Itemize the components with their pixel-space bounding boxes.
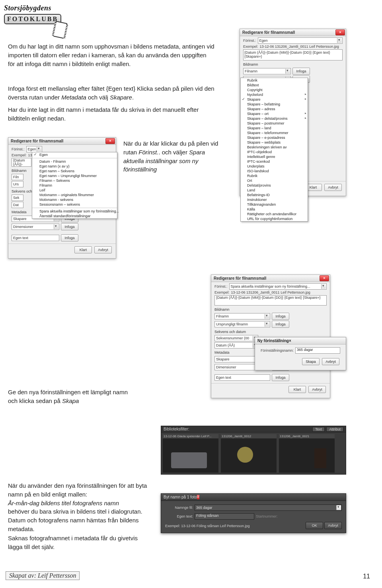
preset-menu-item[interactable]: Återställ standardförinställningar (32, 214, 117, 218)
row-filn[interactable]: Filn (12, 174, 23, 180)
preset-menu-item[interactable]: Motivnamn – originalets filnummer (32, 193, 117, 197)
filename-combo[interactable]: Filnamn (243, 68, 291, 74)
preset-menu-item[interactable]: Eget namn – Ursprungligt filnummer (32, 173, 117, 178)
metadata-item[interactable]: Rubrik (241, 173, 308, 178)
infoga-button[interactable]: Infoga (61, 234, 78, 241)
preset-combo[interactable]: Spara aktuella inställningar som ny föri… (229, 283, 327, 290)
metadata-item[interactable]: Instruktioner (241, 197, 308, 202)
preset-menu-item[interactable]: Filnamn – Sekvens (32, 178, 117, 183)
dimensioner-combo[interactable]: Dimensioner (12, 224, 59, 230)
text-tab[interactable]: Text (312, 427, 325, 432)
pattern-field[interactable]: {Datum (ÅÅ)}-{Datum (MM)}-{Datum (DD)} {… (214, 295, 327, 306)
metadata-item[interactable]: Skapare – e-postadress (241, 135, 308, 140)
preset-menu-item[interactable]: Eget namn – Sekvens (32, 169, 117, 173)
preset-combo[interactable]: Egen (26, 146, 42, 152)
chevron-down-icon[interactable] (337, 38, 342, 43)
avbryt-button[interactable]: Avbryt (324, 522, 342, 529)
chevron-down-icon[interactable] (321, 284, 326, 289)
infoga-button[interactable]: Infoga (61, 223, 78, 230)
metadata-item[interactable]: URL för copyrightinformation (241, 216, 308, 221)
pattern-field[interactable]: {Datum (ÅÅ)}-{Datum (MM)}-{Datum (DD)} {… (243, 49, 343, 60)
metadata-item[interactable]: Beskrivningen skriven av (241, 145, 308, 150)
dialog-titlebar[interactable]: Redigerare för filnamnsmall × (8, 138, 116, 145)
metadata-item[interactable]: Underplats (241, 164, 308, 169)
avbryt-button[interactable]: Avbryt (308, 386, 326, 393)
thumbnail-image[interactable] (279, 438, 335, 473)
skapa-button[interactable]: Skapa (302, 358, 320, 365)
metadata-item[interactable]: Skapare – delstat/provins (241, 116, 308, 121)
row-sek[interactable]: Sek (12, 195, 23, 201)
metadata-item[interactable]: Skapare – ort (241, 111, 308, 116)
egentext-combo[interactable]: Egen text (214, 374, 270, 381)
thumbnail-image[interactable] (163, 438, 218, 473)
chevron-down-icon[interactable] (265, 314, 269, 319)
metadata-item[interactable]: Skapare – befattning (241, 102, 308, 107)
metadata-item[interactable]: Skapare – adress (241, 107, 308, 111)
metadata-item[interactable]: Skapare – land (241, 126, 308, 130)
avbryt-button[interactable]: Avbryt (94, 246, 112, 253)
close-icon[interactable]: × (335, 29, 345, 35)
metadata-item[interactable]: IPTC-scenkod (241, 159, 308, 164)
dialog-titlebar[interactable]: Redigerare för filnamnsmall× (211, 275, 330, 282)
filnamn-combo[interactable]: Filnamn (214, 313, 270, 319)
chevron-down-icon[interactable] (37, 147, 41, 152)
thumbnail-image[interactable] (221, 438, 277, 473)
row-urs[interactable]: Urs (12, 181, 23, 187)
datum-combo[interactable]: Datum (ÅÅ) (214, 342, 258, 349)
thumbnail[interactable]: 131206_Jamtli_0021 (279, 434, 335, 473)
close-icon[interactable]: × (289, 339, 291, 343)
avbryt-button[interactable]: Avbryt (324, 184, 342, 191)
metadata-item[interactable]: Tillkännagivanden (241, 202, 308, 207)
chevron-down-icon[interactable] (265, 322, 269, 327)
ok-button[interactable]: OK (306, 522, 323, 529)
klart-button[interactable]: Klart (288, 386, 306, 393)
metadata-item[interactable]: Rubrik (241, 78, 308, 83)
ursprung-combo[interactable]: Ursprungligt filnamn (214, 321, 270, 327)
infoga-button[interactable]: Infoga (272, 321, 289, 328)
preset-name-input[interactable]: 365 dagar (295, 347, 340, 354)
namnge-combo[interactable]: 365 dagar (195, 504, 342, 511)
preset-menu-item[interactable]: Eget namn (x av y) (32, 164, 117, 169)
preset-menu-item[interactable]: Filnamn (32, 183, 117, 188)
metadata-item[interactable]: Land (241, 188, 308, 193)
dialog-titlebar[interactable]: Byt namn på 1 foto× (161, 494, 346, 501)
metadata-item[interactable]: Skapare – postnummer (241, 121, 308, 126)
metadata-item[interactable]: Källa (241, 207, 308, 212)
avbryt-button[interactable]: Avbryt (322, 358, 339, 365)
infoga-button[interactable]: Infoga (272, 374, 289, 381)
metadata-item[interactable]: Ort (241, 178, 308, 183)
klart-button[interactable]: Klart (74, 246, 92, 253)
close-icon[interactable]: × (320, 275, 329, 281)
metadata-item[interactable]: Rättigheter och användarvillkor (241, 212, 308, 216)
preset-menu-item[interactable]: Motivnamn - sekvens (32, 197, 117, 202)
sekvnum-combo[interactable]: Sekvensnummer (00 (214, 335, 258, 341)
infoga-button[interactable]: Infoga (272, 313, 289, 320)
dialog-titlebar[interactable]: Ny förinställning× (255, 337, 346, 345)
row-dat[interactable]: Dat (12, 202, 23, 208)
pattern-field[interactable]: {Datum (ÅÅ)}- (12, 158, 31, 167)
attribut-tab[interactable]: Attribut (326, 427, 343, 432)
metadata-item[interactable]: Delstat/provins (241, 183, 308, 188)
preset-combo[interactable]: Egen (258, 37, 343, 44)
metadata-item[interactable]: Skapare – webbplats (241, 140, 308, 145)
metadata-item[interactable]: Copyright (241, 88, 308, 92)
preset-menu-item[interactable]: Datum - Filnamn (32, 159, 117, 164)
preset-menu[interactable]: EgenDatum - FilnamnEget namn (x av y)Ege… (32, 152, 117, 219)
thumbnail[interactable]: 131206_Jamtli_0012 (221, 434, 277, 473)
preset-menu-item[interactable]: Leif (32, 188, 117, 193)
preset-menu-item[interactable]: Egen (32, 152, 117, 157)
metadata-item[interactable]: ISO-landskod (241, 169, 308, 173)
dialog-titlebar[interactable]: Redigerare för filnamnsmall × (240, 29, 346, 36)
thumbnail[interactable]: 13-12-06 Glada spelemän Leif P... (163, 434, 218, 473)
metadata-item[interactable]: Nyckelord (241, 92, 308, 97)
preset-menu-item[interactable]: Sessionsnamn – sekvens (32, 202, 117, 207)
close-icon[interactable]: × (105, 138, 115, 144)
metadata-item[interactable]: Skapare (241, 97, 308, 102)
metadata-item[interactable]: Bildtext (241, 83, 308, 88)
chevron-down-icon[interactable] (285, 69, 290, 74)
egentext-input[interactable]: Föling stårsan (195, 513, 254, 520)
chevron-down-icon[interactable] (336, 505, 341, 510)
egentext-combo[interactable]: Egen text (12, 235, 59, 241)
metadata-item[interactable]: Intellektuell genre (241, 154, 308, 159)
infoga-button[interactable]: Infoga (292, 68, 310, 75)
